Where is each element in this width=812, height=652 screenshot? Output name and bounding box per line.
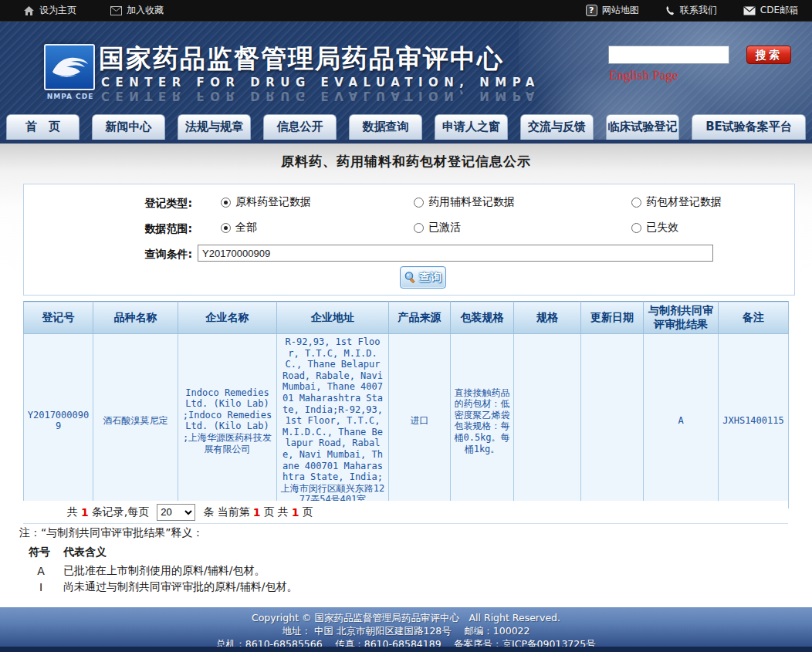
tab-info-disclosure[interactable]: 信息公开	[263, 114, 337, 140]
cell-company-address: R-92,93, 1st Floor, T.T.C, M.I.D.C., Tha…	[277, 334, 389, 508]
radio-scope-expired[interactable]: 已失效	[631, 221, 678, 235]
radio-icon[interactable]	[631, 198, 641, 208]
col-spec: 规格	[514, 302, 581, 334]
legend-notes: 注：“与制剂共同审评审批结果”释义： 符号 代表含义 A 已批准在上市制剂使用的…	[0, 526, 787, 595]
mail-icon	[743, 6, 756, 15]
total-pages-number: 1	[292, 506, 299, 519]
query-form: 登记类型: 原料药登记数据 药用辅料登记数据 药包材登记数据 数据范围:	[23, 184, 795, 296]
logo-swoosh-icon	[49, 52, 90, 83]
tab-news[interactable]: 新闻中心	[92, 114, 165, 140]
legend-symbol-header: 符号	[29, 546, 53, 562]
tab-feedback[interactable]: 交流与反馈	[520, 114, 594, 140]
col-company-name: 企业名称	[178, 302, 277, 334]
set-home-link[interactable]: 设为主页	[23, 4, 76, 17]
current-page-number: 1	[253, 506, 261, 519]
footer-bottom-strip	[0, 647, 812, 652]
cell-company-name: Indoco Remedies Ltd. (Kilo Lab) ;Indoco …	[178, 334, 277, 508]
site-header: NMPA CDE 国家药品监督管理局药品审评中心 CENTER FOR DRUG…	[0, 22, 812, 144]
col-review-result: 与制剂共同审评审批结果	[644, 302, 719, 334]
pagination-text: 条 当前第	[203, 505, 249, 519]
pagination-text: 共	[67, 505, 78, 519]
legend-symbol: I	[29, 581, 53, 593]
radio-icon[interactable]	[631, 223, 641, 233]
pagination-bar: 共 1 条记录,每页 20 条 当前第 1 页 共 1 页	[23, 501, 788, 524]
pagination-text: 条记录,每页	[92, 505, 149, 519]
set-home-label: 设为主页	[39, 4, 76, 17]
site-subtitle: CENTER FOR DRUG EVALUATION, NMPA	[101, 76, 540, 90]
nmpa-cde-logo[interactable]	[44, 44, 95, 90]
tab-home[interactable]: 首 页	[6, 114, 80, 140]
phone-icon	[665, 5, 675, 16]
cell-source: 进口	[389, 334, 451, 508]
radio-excipient-data[interactable]: 药用辅料登记数据	[414, 195, 515, 209]
cde-mail-link[interactable]: CDE邮箱	[743, 4, 798, 17]
radio-icon[interactable]	[414, 198, 424, 208]
radio-icon[interactable]	[414, 223, 424, 233]
tab-regulations[interactable]: 法规与规章	[178, 114, 251, 140]
site-map-link[interactable]: ? 网站地图	[586, 4, 639, 17]
add-favorite-link[interactable]: 加入收藏	[110, 4, 164, 17]
main-navigation: 首 页 新闻中心 法规与规章 信息公开 数据查询 申请人之窗 交流与反馈 临床试…	[0, 114, 812, 140]
col-remark: 备注	[719, 302, 789, 334]
query-submit-button[interactable]: 查询	[400, 266, 446, 289]
radio-label: 已失效	[646, 221, 678, 235]
contact-us-link[interactable]: 联系我们	[665, 4, 717, 17]
col-update-date: 更新日期	[581, 302, 644, 334]
page-title: 原料药、药用辅料和药包材登记信息公示	[0, 153, 812, 171]
cell-update-date	[581, 334, 644, 508]
radio-scope-all[interactable]: 全部	[221, 221, 257, 235]
tab-be-platform[interactable]: BE试验备案平台	[692, 114, 806, 140]
radio-raw-material-data[interactable]: 原料药登记数据	[221, 195, 311, 209]
data-scope-row: 数据范围: 全部 已激活 已失效	[24, 221, 794, 239]
cell-review-result: A	[644, 334, 719, 508]
pagination-text: 页	[303, 505, 313, 519]
favorite-icon	[110, 6, 122, 15]
legend-row-a: A 已批准在上市制剂使用的原料/辅料/包材。	[29, 562, 787, 579]
radio-icon[interactable]	[221, 198, 231, 208]
page-size-select[interactable]: 20	[157, 504, 195, 521]
col-reg-no: 登记号	[24, 302, 93, 334]
tab-data-query[interactable]: 数据查询	[349, 114, 422, 140]
tab-clinical-trial[interactable]: 临床试验登记	[606, 114, 679, 140]
magnifier-icon	[404, 271, 417, 284]
footer-copyright: Copyright © 国家药品监督管理局药品审评中心 All Right Re…	[0, 611, 812, 624]
radio-label: 全部	[235, 221, 257, 235]
legend-meaning-header: 代表含义	[63, 546, 107, 562]
radio-icon[interactable]	[221, 223, 231, 233]
radio-scope-activated[interactable]: 已激活	[414, 221, 461, 235]
legend-symbol: A	[29, 565, 53, 577]
header-search-button[interactable]: 搜索	[746, 46, 791, 64]
tab-applicant-window[interactable]: 申请人之窗	[435, 114, 508, 140]
legend-meaning: 已批准在上市制剂使用的原料/辅料/包材。	[63, 564, 265, 578]
english-page-link[interactable]: English Page	[609, 68, 678, 83]
col-package-spec: 包装规格	[451, 302, 514, 334]
cell-spec	[514, 334, 581, 508]
radio-label: 已激活	[428, 221, 461, 235]
header-search-input[interactable]	[608, 46, 729, 64]
col-company-address: 企业地址	[277, 302, 389, 334]
topbar-right-group: ? 网站地图 联系我们 CDE邮箱	[586, 4, 798, 17]
query-condition-input[interactable]	[198, 245, 713, 262]
table-header-row: 登记号 品种名称 企业名称 企业地址 产品来源 包装规格 规格 更新日期 与制剂…	[24, 302, 789, 334]
legend-meaning: 尚未通过与制剂共同审评审批的原料/辅料/包材。	[63, 580, 297, 594]
radio-label: 药包材登记数据	[646, 195, 722, 209]
legend-title: 注：“与制剂共同审评审批结果”释义：	[19, 526, 787, 543]
cell-remark: JXHS1400115	[719, 334, 789, 508]
content-area: 原料药、药用辅料和药包材登记信息公示 登记类型: 原料药登记数据 药用辅料登记数…	[0, 144, 812, 607]
cde-mail-label: CDE邮箱	[760, 4, 798, 17]
record-count: 1	[81, 506, 89, 519]
site-footer: Copyright © 国家药品监督管理局药品审评中心 All Right Re…	[0, 607, 812, 652]
legend-header: 符号 代表含义	[29, 546, 787, 562]
page: 设为主页 加入收藏 ? 网站地图 联系我们 CDE邮箱	[0, 0, 812, 652]
reg-type-row: 登记类型: 原料药登记数据 药用辅料登记数据 药包材登记数据	[24, 195, 794, 214]
results-table: 登记号 品种名称 企业名称 企业地址 产品来源 包装规格 规格 更新日期 与制剂…	[23, 301, 789, 508]
radio-label: 原料药登记数据	[235, 195, 311, 209]
site-subtitle-reflection: CENTER FOR DRUG EVALUATION, NMPA	[101, 89, 540, 103]
query-condition-label: 查询条件:	[24, 246, 192, 262]
query-button-label: 查询	[419, 271, 442, 285]
question-icon: ?	[586, 5, 597, 16]
radio-label: 药用辅料登记数据	[428, 195, 515, 209]
home-icon	[23, 5, 35, 16]
data-scope-label: 数据范围:	[24, 221, 192, 236]
radio-packaging-data[interactable]: 药包材登记数据	[631, 195, 722, 209]
